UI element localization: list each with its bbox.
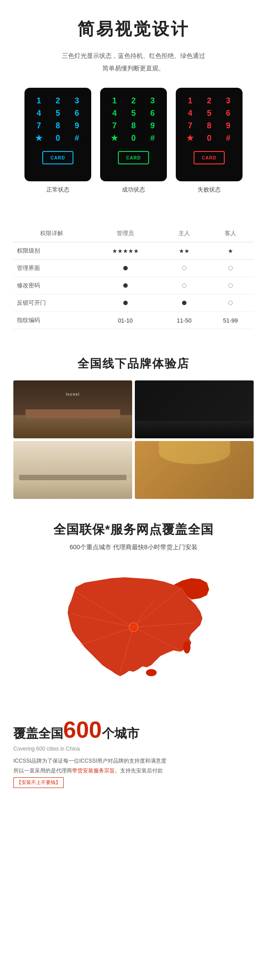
store-accent-2 <box>135 421 254 438</box>
dot-empty-icon3 <box>182 283 186 288</box>
key-star: ★ <box>31 133 47 143</box>
stores-title: 全国线下品牌体验店 <box>13 356 254 372</box>
hainan-island <box>146 669 157 676</box>
taiwan-island <box>183 641 190 653</box>
store-floor-3 <box>13 479 132 499</box>
perm-admin-password <box>89 277 161 294</box>
dot-empty-icon5 <box>228 301 233 305</box>
perm-row-fingerprint: 指纹编码 01-10 11-50 51-99 <box>13 312 254 329</box>
key-4r: 4 <box>182 108 198 118</box>
visual-design-title: 简易视觉设计 <box>13 18 254 41</box>
keypad-row: 1 2 3 4 5 6 7 8 9 ★ 0 # CARD 正常状态 <box>13 88 254 194</box>
card-button-blue: CARD <box>42 151 73 164</box>
key-8: 8 <box>50 121 66 131</box>
key-0g: 0 <box>125 133 142 143</box>
perm-row-password: 修改密码 <box>13 277 254 294</box>
key-2r: 2 <box>201 96 218 106</box>
key-3: 3 <box>69 96 85 106</box>
install-note: 【安装不上不要钱】 <box>13 777 64 788</box>
perm-owner-fingerprint: 11-50 <box>161 312 207 329</box>
perm-row-level: 权限级别 ★★★★★ ★★ ★ <box>13 242 254 260</box>
key-0r: 0 <box>201 133 218 143</box>
keypad-blue-label: 正常状态 <box>46 186 69 194</box>
store-logo-1: iccssi <box>66 392 80 396</box>
brand-desc-line1: ICCSSI品牌为了保证每一位ICCSSI用户对品牌的支持度和满意度 <box>13 756 254 766</box>
store-image-1: iccssi <box>13 380 132 438</box>
brand-desc-suffix: 。支持先安装后付款 <box>115 768 163 774</box>
perm-label-level: 权限级别 <box>13 242 89 260</box>
key-5: 5 <box>50 108 66 118</box>
permission-table: 权限详解 管理员 主人 客人 权限级别 ★★★★★ ★★ ★ 管理界面 修改密码 <box>13 225 254 329</box>
perm-row-management: 管理界面 <box>13 260 254 277</box>
store-scene-3 <box>13 441 132 499</box>
brand-desc-line2: 所以一直采用的是代理商带货安装服务宗旨。支持先安装后付款 <box>13 766 254 776</box>
key-9: 9 <box>69 121 85 131</box>
dot-filled-icon <box>123 266 128 270</box>
keypad-red-label: 失败状态 <box>198 186 221 194</box>
perm-label-password: 修改密码 <box>13 277 89 294</box>
dot-empty-icon2 <box>228 266 233 270</box>
perm-owner-management <box>161 260 207 277</box>
key-0: 0 <box>50 133 66 143</box>
visual-design-section: 简易视觉设计 三色灯光显示状态，蓝色待机、红色拒绝、绿色通过简单易懂判断更直观。… <box>0 0 267 216</box>
perm-admin-management <box>89 260 161 277</box>
dot-filled-icon2 <box>123 283 128 288</box>
china-map-svg <box>49 569 218 694</box>
key-hashr: # <box>220 133 236 143</box>
key-4g: 4 <box>106 108 123 118</box>
permission-header-row: 权限详解 管理员 主人 客人 <box>13 225 254 242</box>
keypad-success: 1 2 3 4 5 6 7 8 9 ★ 0 # CARD 成功状态 <box>100 88 167 194</box>
key-3r: 3 <box>220 96 236 106</box>
warranty-section: 全国联保*服务网点覆盖全国 600个重点城市 代理商最快8小时带货上门安装 <box>0 503 267 716</box>
keypad-grid-blue: 1 2 3 4 5 6 7 8 9 ★ 0 # <box>31 96 85 143</box>
key-8r: 8 <box>201 121 218 131</box>
permission-section: 权限详解 管理员 主人 客人 权限级别 ★★★★★ ★★ ★ 管理界面 修改密码 <box>0 216 267 343</box>
perm-row-unlock: 反锁可开门 <box>13 294 254 312</box>
perm-guest-unlock <box>207 294 254 312</box>
key-hashg: # <box>144 133 161 143</box>
brand-desc-highlight: 带货安装服务宗旨 <box>72 768 115 774</box>
key-6: 6 <box>69 108 85 118</box>
key-1g: 1 <box>106 96 123 106</box>
key-6g: 6 <box>144 108 161 118</box>
key-7: 7 <box>31 121 47 131</box>
store-image-2 <box>135 380 254 438</box>
warranty-desc-normal: 600个重点城市 代理商最快8小时带货上门安装 <box>69 543 197 551</box>
coverage-suffix: 个城市 <box>102 727 139 740</box>
key-1r: 1 <box>182 96 198 106</box>
perm-admin-unlock <box>89 294 161 312</box>
store-image-3 <box>13 441 132 499</box>
coverage-detail: ICCSSI品牌为了保证每一位ICCSSI用户对品牌的支持度和满意度 所以一直采… <box>13 756 254 788</box>
key-9g: 9 <box>144 121 161 131</box>
perm-guest-management <box>207 260 254 277</box>
perm-admin-fingerprint: 01-10 <box>89 312 161 329</box>
card-button-red: CARD <box>194 151 225 164</box>
perm-owner-password <box>161 277 207 294</box>
key-3g: 3 <box>144 96 161 106</box>
col-header-admin: 管理员 <box>89 225 161 242</box>
key-6r: 6 <box>220 108 236 118</box>
visual-design-desc: 三色灯光显示状态，蓝色待机、红色拒绝、绿色通过简单易懂判断更直观。 <box>13 49 254 74</box>
perm-guest-level: ★ <box>207 242 254 260</box>
perm-owner-unlock <box>161 294 207 312</box>
store-light-4 <box>158 441 230 464</box>
card-button-green: CARD <box>118 151 149 164</box>
perm-owner-level: ★★ <box>161 242 207 260</box>
map-container <box>13 565 254 698</box>
coverage-english: Covering 600 cities in China <box>13 746 254 752</box>
key-4: 4 <box>31 108 47 118</box>
store-image-4 <box>135 441 254 499</box>
key-5g: 5 <box>125 108 142 118</box>
key-7g: 7 <box>106 121 123 131</box>
col-header-label: 权限详解 <box>13 225 89 242</box>
col-header-guest: 客人 <box>207 225 254 242</box>
keypad-grid-red: 1 2 3 4 5 6 7 8 9 ★ 0 # <box>182 96 236 143</box>
coverage-number: 600 <box>63 717 102 743</box>
key-starr: ★ <box>182 133 198 143</box>
store-scene-2 <box>135 380 254 438</box>
store-grid: iccssi <box>13 380 254 499</box>
perm-label-management: 管理界面 <box>13 260 89 277</box>
center-dot <box>131 625 136 630</box>
keypad-fail: 1 2 3 4 5 6 7 8 9 ★ 0 # CARD 失败状态 <box>176 88 243 194</box>
key-2g: 2 <box>125 96 142 106</box>
